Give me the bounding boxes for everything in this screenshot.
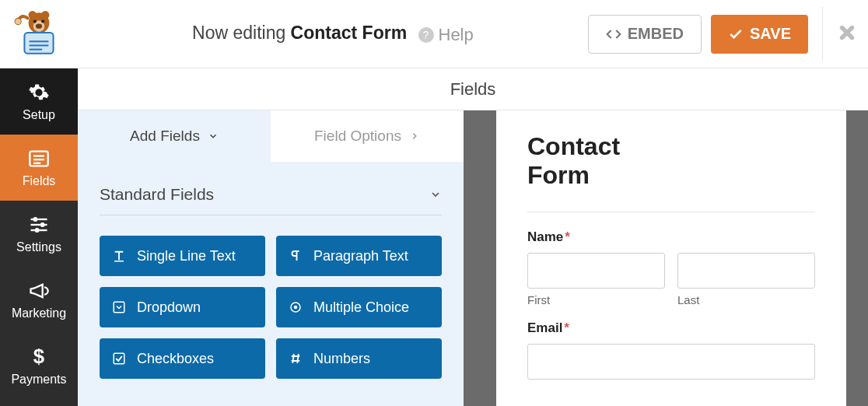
dropdown-icon [112,300,126,314]
field-label: Numbers [313,351,370,367]
topbar: Now editing Contact Form ? Help EMBED SA… [0,0,868,68]
field-paragraph-text[interactable]: Paragraph Text [276,236,442,276]
close-icon [837,23,857,43]
help-link[interactable]: ? Help [418,25,474,45]
svg-point-20 [40,222,45,227]
tab-label: Field Options [314,128,401,145]
topbar-divider [822,7,823,61]
field-dropdown[interactable]: Dropdown [100,287,265,327]
nav-label: Marketing [12,306,66,320]
field-checkboxes[interactable]: Checkboxes [100,338,265,379]
help-icon: ? [418,27,434,43]
save-label: SAVE [750,25,791,43]
required-asterisk: * [564,320,569,335]
panel-gap [464,110,496,406]
svg-rect-27 [114,353,124,364]
preview-title: Contact Form [527,132,683,190]
save-button[interactable]: SAVE [711,15,808,54]
check-icon [728,26,744,42]
megaphone-icon [28,280,50,302]
list-icon [28,148,50,170]
fields-panel: Add Fields Field Options Standard Fields [78,110,464,406]
svg-point-1 [29,11,37,19]
nav-label: Setup [23,108,55,122]
panel-tabs: Add Fields Field Options [78,110,464,162]
gear-icon [28,82,50,103]
hash-icon [289,352,303,366]
chevron-right-icon [409,131,420,142]
svg-rect-24 [114,302,124,313]
nav-label: Settings [16,240,61,254]
email-block: Email* [527,320,815,380]
svg-text:$: $ [33,346,44,367]
svg-point-4 [36,23,42,28]
leftnav: Setup Fields Settings Marketing $ Paymen… [0,68,78,406]
svg-point-6 [41,19,44,23]
field-multiple-choice[interactable]: Multiple Choice [276,287,442,327]
paragraph-icon [289,249,303,263]
section-standard-fields[interactable]: Standard Fields [100,170,442,215]
svg-point-21 [35,228,40,233]
panel-body: Standard Fields Single Line Text Paragra… [78,162,464,379]
field-label: Checkboxes [137,351,214,367]
nav-label: Payments [11,373,66,387]
nav-setup[interactable]: Setup [0,68,78,135]
field-label: Paragraph Text [313,248,408,264]
nav-fields[interactable]: Fields [0,135,78,201]
close-button[interactable] [837,19,857,49]
code-icon [606,26,621,42]
form-name: Contact Form [291,23,408,43]
strip-title: Fields [78,68,868,110]
svg-point-26 [294,306,298,310]
radio-icon [289,300,303,314]
main: Setup Fields Settings Marketing $ Paymen… [0,68,868,406]
email-input[interactable] [527,344,815,380]
embed-label: EMBED [628,25,684,43]
svg-rect-9 [30,44,49,46]
svg-point-11 [15,18,21,24]
workarea: Fields Add Fields Field Options Stan [78,68,868,406]
app-logo [0,0,78,68]
tab-add-fields[interactable]: Add Fields [78,110,271,162]
field-label: Single Line Text [137,248,236,264]
svg-point-2 [41,11,49,19]
editing-status: Now editing Contact Form ? Help [78,23,588,45]
name-row: First Last [527,253,815,306]
email-field-label: Email* [527,320,815,336]
last-sublabel: Last [677,293,815,306]
svg-rect-7 [24,32,53,53]
field-single-line-text[interactable]: Single Line Text [100,236,265,276]
form-preview: Contact Form Name* First Last [496,110,846,406]
first-sublabel: First [527,293,665,306]
columns: Add Fields Field Options Standard Fields [78,110,868,406]
dollar-icon: $ [28,346,50,368]
field-numbers[interactable]: Numbers [276,338,442,379]
help-label: Help [439,25,474,45]
chevron-down-icon [208,131,219,142]
checkbox-icon [112,352,126,366]
nav-label: Fields [23,174,56,188]
tab-field-options[interactable]: Field Options [271,110,464,162]
field-grid: Single Line Text Paragraph Text Dropdown [100,215,442,379]
nav-marketing[interactable]: Marketing [0,267,78,333]
preview-divider [527,212,815,212]
right-gap [846,110,868,406]
svg-rect-8 [30,40,49,42]
nav-settings[interactable]: Settings [0,201,78,267]
first-name-input[interactable] [527,253,665,289]
label-text: Name [527,229,563,244]
section-title: Standard Fields [100,185,214,204]
nav-payments[interactable]: $ Payments [0,333,78,399]
embed-button[interactable]: EMBED [588,15,702,54]
name-field-label: Name* [527,229,815,245]
sliders-icon [28,214,50,236]
text-icon [112,249,126,263]
chevron-down-icon [429,188,442,201]
label-text: Email [527,320,562,335]
field-label: Multiple Choice [313,299,409,316]
last-name-input[interactable] [677,253,815,289]
svg-rect-10 [30,48,43,50]
editing-label: Now editing [192,23,285,43]
tab-label: Add Fields [130,128,200,145]
required-asterisk: * [565,229,570,244]
